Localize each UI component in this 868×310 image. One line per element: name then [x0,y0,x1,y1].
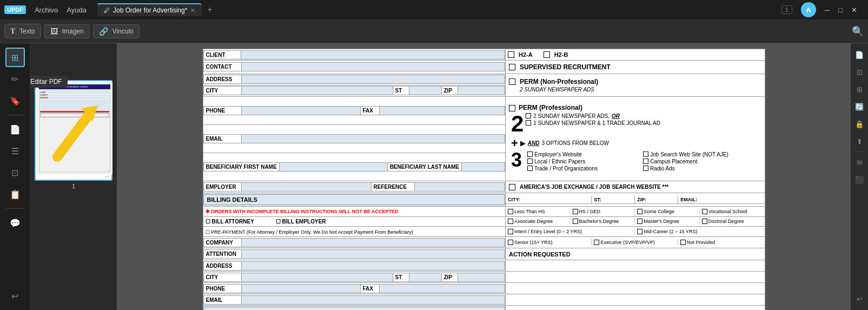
doctoral-checkbox[interactable] [702,219,707,224]
sidebar-stamp-icon[interactable]: 📋 [5,184,25,204]
aje-city-label: CITY: [506,196,592,203]
image-icon: 🖼 [50,27,58,36]
mid-career-checkbox[interactable] [637,229,642,234]
client-input[interactable] [241,50,505,59]
window-controls: 1 A ─ □ ✕ [781,2,864,17]
sidebar-list-icon[interactable]: ☰ [5,141,25,161]
st2-input[interactable] [409,273,441,281]
h2-options: H2-A H2-B [508,51,763,58]
not-provided-checkbox[interactable] [680,240,686,245]
email2-input[interactable] [241,295,505,304]
reference-input[interactable] [414,183,505,192]
fax2-input[interactable] [379,284,505,293]
h2b-checkbox[interactable] [544,51,550,58]
local-ethnic-checkbox[interactable] [527,159,533,164]
not-provided-label: Not Provided [687,240,715,245]
rt-ocr-icon[interactable]: ⊡ [852,65,866,79]
zip-input[interactable] [458,87,505,95]
menu-archivo[interactable]: Archivo [35,6,58,14]
zip2-input[interactable] [458,273,505,281]
job-search-checkbox[interactable] [643,151,648,157]
campus-placement-checkbox[interactable] [643,159,648,164]
sidebar-page-icon[interactable]: 📄 [5,120,25,139]
new-tab-button[interactable]: + [204,5,215,15]
rt-email-icon[interactable]: ✉ [852,155,866,169]
sidebar-thumbnail-icon[interactable]: ⊞ [5,48,25,67]
fax-input[interactable] [379,106,505,115]
options-label: 3 OPTIONS FROM BELOW [542,140,609,146]
employers-website-checkbox[interactable] [527,151,533,157]
less-hs-checkbox[interactable] [508,209,513,214]
imagen-tool[interactable]: 🖼 Imagen [44,24,90,38]
email-input[interactable] [241,134,505,143]
aje-checkbox[interactable] [509,184,515,190]
rt-convert-icon[interactable]: 🔄 [852,100,866,114]
beneficiary-first-input[interactable] [279,163,387,172]
tab-close-button[interactable]: ✕ [190,7,195,14]
senior-checkbox[interactable] [508,240,513,245]
pre-payment-label[interactable]: ☐ PRE-PAYMENT (For Attorney / Employer O… [206,229,413,235]
trade-org-checkbox[interactable] [527,166,533,171]
one-sunday-checkbox[interactable] [526,120,531,126]
tab-job-order[interactable]: 🖊 Job Order for Advertising* ✕ [97,3,202,16]
rt-redact-icon[interactable]: ⬛ [852,173,866,187]
vinculo-tool[interactable]: 🔗 Vinculo [93,24,140,38]
link-icon: 🔗 [99,27,108,36]
intern-checkbox[interactable] [508,229,513,234]
search-button[interactable]: 🔍 [852,25,864,37]
supervised-checkbox[interactable] [509,64,515,70]
masters-checkbox[interactable] [637,219,642,224]
attention-input[interactable] [241,250,505,259]
contact-label: CONTACT [203,63,241,71]
bill-attorney-label[interactable]: ☐ BILL ATTORNEY [206,219,254,225]
bachelors-checkbox[interactable] [573,219,578,224]
sidebar-undo-icon[interactable]: ↩ [5,286,25,306]
user-avatar[interactable]: A [801,2,816,17]
city2-input[interactable] [241,273,393,281]
rt-protect-icon[interactable]: 🔒 [852,117,866,131]
local-ethnic-label: Local / Ethnic Papers [534,159,586,164]
minimize-button[interactable]: ─ [825,6,830,14]
sidebar-bookmark-icon[interactable]: 🔖 [5,91,25,110]
page-thumbnail-1[interactable]: ADVERTISEMENT ORDER CLIENT CONTACT ADDRE… [35,80,112,181]
contact-input[interactable] [241,63,505,71]
phone2-input[interactable] [241,284,360,293]
sidebar-table-icon[interactable]: ⊡ [5,163,25,182]
perm-nonprof-section: PERM (Non-Professional) [509,78,761,85]
perm-nonprof-checkbox[interactable] [509,78,515,85]
hs-ged-checkbox[interactable] [573,209,578,214]
two-sunday-checkbox[interactable] [526,113,531,118]
rt-share-icon[interactable]: ⬆ [852,134,866,148]
texto-label: Texto [19,28,35,35]
employer-input[interactable] [241,183,371,192]
city-input[interactable] [241,87,393,95]
tab-document-icon: 🖊 [104,7,110,14]
executive-option: Executive (SVP/EVP/VP) [592,239,678,246]
senior-option: Senior (15+ YRS) [506,239,592,246]
executive-checkbox[interactable] [594,240,599,245]
close-button[interactable]: ✕ [851,6,857,14]
company-label: COMPANY [203,238,241,247]
st-input[interactable] [409,87,441,95]
address2-input[interactable] [241,261,505,270]
company-input[interactable] [241,238,505,247]
menu-ayuda[interactable]: Ayuda [67,6,87,14]
address-input[interactable] [241,75,505,84]
beneficiary-last-input[interactable] [461,163,505,172]
rt-compress-icon[interactable]: ⊞ [852,82,866,96]
associate-checkbox[interactable] [508,219,513,224]
maximize-button[interactable]: □ [838,6,843,14]
undo-area: ↩ [852,292,866,310]
texto-tool[interactable]: 𝐓 Texto [4,24,41,38]
sidebar-edit-icon[interactable]: ✏ [5,69,25,89]
some-college-checkbox[interactable] [637,209,642,214]
bill-employer-label[interactable]: ☐ BILL EMPLOYER [276,219,326,225]
sidebar-comment-icon[interactable]: 💬 [5,213,25,233]
rt-pages-icon[interactable]: 📄 [852,48,866,62]
h2a-checkbox[interactable] [508,51,514,58]
rt-undo-icon[interactable]: ↩ [852,292,866,306]
phone-input[interactable] [241,106,360,115]
campus-placement-option: Campus Placement [643,159,758,164]
radio-ads-checkbox[interactable] [643,166,648,171]
vocational-checkbox[interactable] [702,209,707,214]
